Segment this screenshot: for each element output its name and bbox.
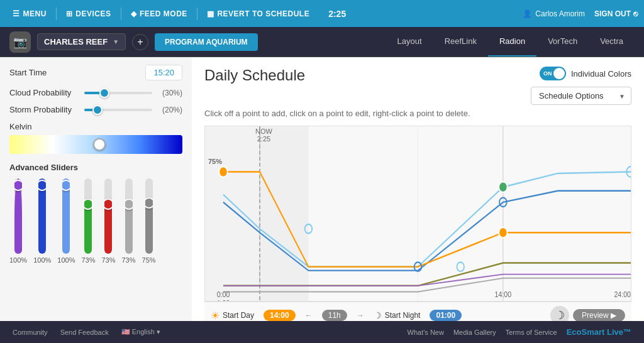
start-day-label: Start Day [223,311,254,320]
toggle-on-label: ON [543,70,552,77]
slider-blue-pct: 100% [33,256,51,264]
slider-col-darkgray: 75% [142,178,156,264]
storm-label: Storm Probability [9,105,78,114]
kelvin-thumb [93,138,106,151]
individual-colors-toggle[interactable]: ON [540,67,566,80]
advanced-sliders-label: Advanced Sliders [9,163,182,172]
instagram-icon[interactable]: 📷 [9,31,31,53]
svg-text:1:00: 1:00 [217,298,230,301]
instruction-text: Click off a point to add, click on a poi… [204,109,631,118]
slider-red-pct: 73% [101,256,115,264]
schedule-options-select[interactable]: Schedule Options [531,87,631,105]
devices-button[interactable]: ⊞ DEVICES [60,0,118,27]
start-time-value[interactable]: 15:20 [145,65,182,80]
whats-new-link[interactable]: What's New [408,329,444,336]
signout-icon: ⎋ [633,9,638,18]
preview-button[interactable]: Preview ▶ [573,309,625,321]
footer-right: What's New Media Gallery Terms of Servic… [408,327,631,337]
moon-icon: ☽ [374,310,382,320]
tab-navigation: Layout ReefLink Radion VorTech Vectra [386,27,635,57]
cloud-slider[interactable] [84,92,153,94]
main-layout: Start Time 15:20 Cloud Probability (30%)… [0,57,644,321]
revert-icon: ▦ [207,9,214,18]
daily-schedule-header: Daily Schedule ON Individual Colors Sche… [204,67,631,105]
slider-col-purple: 100% [9,178,27,264]
slider-col-green: 73% [81,178,95,264]
left-settings-panel: Start Time 15:20 Cloud Probability (30%)… [0,57,192,321]
start-day-time[interactable]: 14:00 [264,310,296,321]
current-time: 2:25 [319,9,355,19]
kelvin-slider[interactable] [9,135,182,154]
cloud-label: Cloud Probability [9,88,78,97]
add-tank-button[interactable]: + [132,34,148,50]
tab-reeflink[interactable]: ReefLink [433,27,488,57]
chart-svg: 0:00 1:00 14:00 24:00 [205,126,631,301]
slider-red[interactable] [104,178,112,254]
slider-col-gray: 73% [121,178,135,264]
slider-green[interactable] [84,178,92,254]
nav-right-section: 👤 Carlos Amorim SIGN OUT ⎋ [523,9,638,18]
slider-lightblue[interactable] [62,178,70,254]
svg-text:0:00: 0:00 [217,290,230,299]
slider-gray-pct: 73% [121,256,135,264]
arrow-right-icon: ← [305,311,313,320]
media-gallery-link[interactable]: Media Gallery [453,329,496,336]
storm-probability-row: Storm Probability (20%) [9,105,182,114]
slider-purple-pct: 100% [9,256,27,264]
preview-icon: ☽ [550,306,569,321]
cloud-probability-row: Cloud Probability (30%) [9,88,182,97]
tab-radion[interactable]: Radion [488,27,536,57]
feed-mode-button[interactable]: ◆ FEED MODE [125,0,194,27]
daily-schedule-title: Daily Schedule [204,67,305,84]
tab-vortech[interactable]: VorTech [536,27,589,57]
slider-green-pct: 73% [81,256,95,264]
storm-pct: (20%) [158,106,182,114]
slider-lightblue-pct: 100% [57,256,75,264]
pct-75-label: 75% [208,158,222,165]
nav-divider [56,8,57,20]
program-aquarium-button[interactable]: PROGRAM AQUARIUM [155,33,258,51]
cloud-pct: (30%) [158,89,182,97]
chevron-down-icon: ▼ [113,38,119,45]
schedule-bottom-bar: ☀ Start Day 14:00 ← 11h → ☽ Start Night … [204,302,631,321]
svg-text:14:00: 14:00 [495,290,512,299]
second-nav-row: 📷 CHARLES REEF ▼ + PROGRAM AQUARIUM Layo… [0,27,644,57]
sun-icon: ☀ [211,310,219,322]
main-content-area: Daily Schedule ON Individual Colors Sche… [192,57,644,321]
signout-button[interactable]: SIGN OUT ⎋ [594,9,638,18]
menu-icon: ☰ [13,9,20,18]
svg-point-12 [499,182,508,192]
community-link[interactable]: Community [13,329,48,336]
kelvin-label: Kelvin [9,122,182,131]
tank-selector[interactable]: CHARLES REEF ▼ [37,33,126,50]
tab-vectra[interactable]: Vectra [589,27,635,57]
start-night-label: Start Night [385,311,421,320]
revert-schedule-button[interactable]: ▦ REVERT TO SCHEDULE [201,0,316,27]
tab-layout[interactable]: Layout [386,27,433,57]
slider-darkgray[interactable] [145,178,153,254]
slider-purple[interactable] [14,178,22,254]
svg-text:24:00: 24:00 [614,290,631,299]
now-label: NOW 2:25 [255,128,272,143]
start-night-time[interactable]: 01:00 [430,310,462,321]
svg-rect-1 [205,126,260,301]
toggle-ball [553,68,565,79]
slider-gray[interactable] [125,178,133,254]
slider-col-lightblue: 100% [57,178,75,264]
feed-icon: ◆ [131,9,137,18]
terms-link[interactable]: Terms of Service [506,329,557,336]
feedback-link[interactable]: Send Feedback [60,329,109,336]
header-right-controls: ON Individual Colors Schedule Options [531,67,631,105]
language-selector[interactable]: 🇺🇸 English ▾ [121,328,160,336]
slider-col-red: 73% [101,178,115,264]
start-night-indicator: ☽ Start Night [374,310,421,320]
schedule-chart[interactable]: 75% NOW 2:25 [204,126,631,302]
start-time-row: Start Time 15:20 [9,65,182,80]
individual-colors-label: Individual Colors [571,69,631,79]
slider-blue[interactable] [38,178,46,254]
nav-divider [121,8,121,20]
storm-slider[interactable] [84,109,153,111]
duration-chip: 11h [322,310,347,321]
menu-button[interactable]: ☰ MENU [6,0,53,27]
slider-col-blue: 100% [33,178,51,264]
